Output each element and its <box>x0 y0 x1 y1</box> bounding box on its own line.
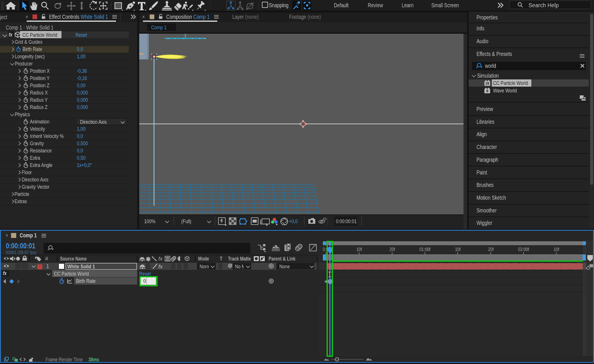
svg-text:16: 16 <box>485 81 489 85</box>
svg-text:fx: fx <box>158 256 163 262</box>
svg-text:8: 8 <box>486 89 488 93</box>
svg-text:#: # <box>45 256 48 262</box>
svg-text:fx: fx <box>158 263 163 270</box>
